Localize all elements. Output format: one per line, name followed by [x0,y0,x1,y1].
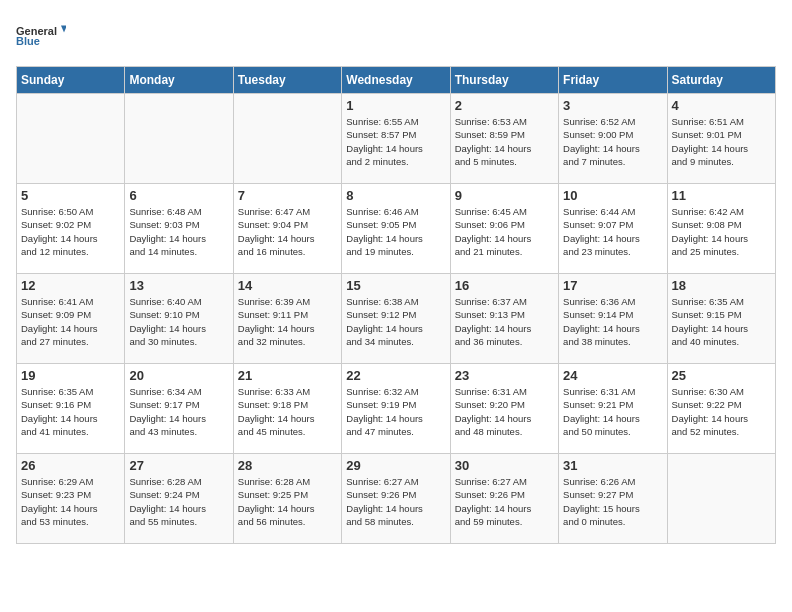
cell-info: Sunrise: 6:53 AMSunset: 8:59 PMDaylight:… [455,115,554,168]
calendar-cell: 4Sunrise: 6:51 AMSunset: 9:01 PMDaylight… [667,94,775,184]
day-number: 10 [563,188,662,203]
calendar-cell: 28Sunrise: 6:28 AMSunset: 9:25 PMDayligh… [233,454,341,544]
cell-info: Sunrise: 6:50 AMSunset: 9:02 PMDaylight:… [21,205,120,258]
day-number: 2 [455,98,554,113]
weekday-header-tuesday: Tuesday [233,67,341,94]
weekday-header-wednesday: Wednesday [342,67,450,94]
weekday-header-sunday: Sunday [17,67,125,94]
svg-marker-2 [61,26,66,33]
calendar-cell: 20Sunrise: 6:34 AMSunset: 9:17 PMDayligh… [125,364,233,454]
day-number: 7 [238,188,337,203]
cell-info: Sunrise: 6:38 AMSunset: 9:12 PMDaylight:… [346,295,445,348]
day-number: 1 [346,98,445,113]
calendar-cell: 23Sunrise: 6:31 AMSunset: 9:20 PMDayligh… [450,364,558,454]
weekday-header-monday: Monday [125,67,233,94]
day-number: 14 [238,278,337,293]
calendar-cell: 24Sunrise: 6:31 AMSunset: 9:21 PMDayligh… [559,364,667,454]
cell-info: Sunrise: 6:34 AMSunset: 9:17 PMDaylight:… [129,385,228,438]
weekday-header-saturday: Saturday [667,67,775,94]
calendar-cell: 6Sunrise: 6:48 AMSunset: 9:03 PMDaylight… [125,184,233,274]
cell-info: Sunrise: 6:42 AMSunset: 9:08 PMDaylight:… [672,205,771,258]
calendar-cell [667,454,775,544]
calendar-cell: 2Sunrise: 6:53 AMSunset: 8:59 PMDaylight… [450,94,558,184]
svg-text:Blue: Blue [16,35,40,47]
day-number: 16 [455,278,554,293]
cell-info: Sunrise: 6:47 AMSunset: 9:04 PMDaylight:… [238,205,337,258]
weekday-header-thursday: Thursday [450,67,558,94]
day-number: 9 [455,188,554,203]
day-number: 20 [129,368,228,383]
calendar-cell: 21Sunrise: 6:33 AMSunset: 9:18 PMDayligh… [233,364,341,454]
cell-info: Sunrise: 6:46 AMSunset: 9:05 PMDaylight:… [346,205,445,258]
cell-info: Sunrise: 6:39 AMSunset: 9:11 PMDaylight:… [238,295,337,348]
day-number: 31 [563,458,662,473]
day-number: 15 [346,278,445,293]
day-number: 3 [563,98,662,113]
calendar-cell: 12Sunrise: 6:41 AMSunset: 9:09 PMDayligh… [17,274,125,364]
cell-info: Sunrise: 6:31 AMSunset: 9:20 PMDaylight:… [455,385,554,438]
calendar-cell: 1Sunrise: 6:55 AMSunset: 8:57 PMDaylight… [342,94,450,184]
cell-info: Sunrise: 6:52 AMSunset: 9:00 PMDaylight:… [563,115,662,168]
calendar-cell: 31Sunrise: 6:26 AMSunset: 9:27 PMDayligh… [559,454,667,544]
day-number: 4 [672,98,771,113]
calendar-cell: 11Sunrise: 6:42 AMSunset: 9:08 PMDayligh… [667,184,775,274]
calendar-cell: 29Sunrise: 6:27 AMSunset: 9:26 PMDayligh… [342,454,450,544]
day-number: 11 [672,188,771,203]
calendar-cell: 26Sunrise: 6:29 AMSunset: 9:23 PMDayligh… [17,454,125,544]
logo-svg: General Blue [16,16,66,58]
calendar-cell [233,94,341,184]
calendar-cell: 25Sunrise: 6:30 AMSunset: 9:22 PMDayligh… [667,364,775,454]
calendar-cell [17,94,125,184]
calendar-cell: 9Sunrise: 6:45 AMSunset: 9:06 PMDaylight… [450,184,558,274]
day-number: 27 [129,458,228,473]
cell-info: Sunrise: 6:44 AMSunset: 9:07 PMDaylight:… [563,205,662,258]
page-header: General Blue [16,16,776,58]
day-number: 17 [563,278,662,293]
cell-info: Sunrise: 6:40 AMSunset: 9:10 PMDaylight:… [129,295,228,348]
logo: General Blue [16,16,66,58]
calendar-cell: 30Sunrise: 6:27 AMSunset: 9:26 PMDayligh… [450,454,558,544]
cell-info: Sunrise: 6:33 AMSunset: 9:18 PMDaylight:… [238,385,337,438]
day-number: 30 [455,458,554,473]
calendar-cell: 22Sunrise: 6:32 AMSunset: 9:19 PMDayligh… [342,364,450,454]
cell-info: Sunrise: 6:27 AMSunset: 9:26 PMDaylight:… [455,475,554,528]
calendar-table: SundayMondayTuesdayWednesdayThursdayFrid… [16,66,776,544]
calendar-cell: 27Sunrise: 6:28 AMSunset: 9:24 PMDayligh… [125,454,233,544]
cell-info: Sunrise: 6:55 AMSunset: 8:57 PMDaylight:… [346,115,445,168]
calendar-cell: 18Sunrise: 6:35 AMSunset: 9:15 PMDayligh… [667,274,775,364]
calendar-cell: 5Sunrise: 6:50 AMSunset: 9:02 PMDaylight… [17,184,125,274]
day-number: 6 [129,188,228,203]
calendar-cell: 10Sunrise: 6:44 AMSunset: 9:07 PMDayligh… [559,184,667,274]
calendar-cell: 8Sunrise: 6:46 AMSunset: 9:05 PMDaylight… [342,184,450,274]
cell-info: Sunrise: 6:30 AMSunset: 9:22 PMDaylight:… [672,385,771,438]
cell-info: Sunrise: 6:37 AMSunset: 9:13 PMDaylight:… [455,295,554,348]
cell-info: Sunrise: 6:29 AMSunset: 9:23 PMDaylight:… [21,475,120,528]
calendar-cell: 7Sunrise: 6:47 AMSunset: 9:04 PMDaylight… [233,184,341,274]
cell-info: Sunrise: 6:35 AMSunset: 9:16 PMDaylight:… [21,385,120,438]
day-number: 24 [563,368,662,383]
day-number: 8 [346,188,445,203]
day-number: 19 [21,368,120,383]
cell-info: Sunrise: 6:51 AMSunset: 9:01 PMDaylight:… [672,115,771,168]
cell-info: Sunrise: 6:26 AMSunset: 9:27 PMDaylight:… [563,475,662,528]
cell-info: Sunrise: 6:32 AMSunset: 9:19 PMDaylight:… [346,385,445,438]
day-number: 22 [346,368,445,383]
cell-info: Sunrise: 6:48 AMSunset: 9:03 PMDaylight:… [129,205,228,258]
calendar-cell: 19Sunrise: 6:35 AMSunset: 9:16 PMDayligh… [17,364,125,454]
cell-info: Sunrise: 6:31 AMSunset: 9:21 PMDaylight:… [563,385,662,438]
cell-info: Sunrise: 6:45 AMSunset: 9:06 PMDaylight:… [455,205,554,258]
calendar-cell: 14Sunrise: 6:39 AMSunset: 9:11 PMDayligh… [233,274,341,364]
day-number: 29 [346,458,445,473]
cell-info: Sunrise: 6:36 AMSunset: 9:14 PMDaylight:… [563,295,662,348]
weekday-header-friday: Friday [559,67,667,94]
cell-info: Sunrise: 6:41 AMSunset: 9:09 PMDaylight:… [21,295,120,348]
day-number: 25 [672,368,771,383]
cell-info: Sunrise: 6:28 AMSunset: 9:24 PMDaylight:… [129,475,228,528]
cell-info: Sunrise: 6:27 AMSunset: 9:26 PMDaylight:… [346,475,445,528]
calendar-cell: 15Sunrise: 6:38 AMSunset: 9:12 PMDayligh… [342,274,450,364]
day-number: 13 [129,278,228,293]
calendar-cell: 17Sunrise: 6:36 AMSunset: 9:14 PMDayligh… [559,274,667,364]
cell-info: Sunrise: 6:35 AMSunset: 9:15 PMDaylight:… [672,295,771,348]
cell-info: Sunrise: 6:28 AMSunset: 9:25 PMDaylight:… [238,475,337,528]
day-number: 5 [21,188,120,203]
